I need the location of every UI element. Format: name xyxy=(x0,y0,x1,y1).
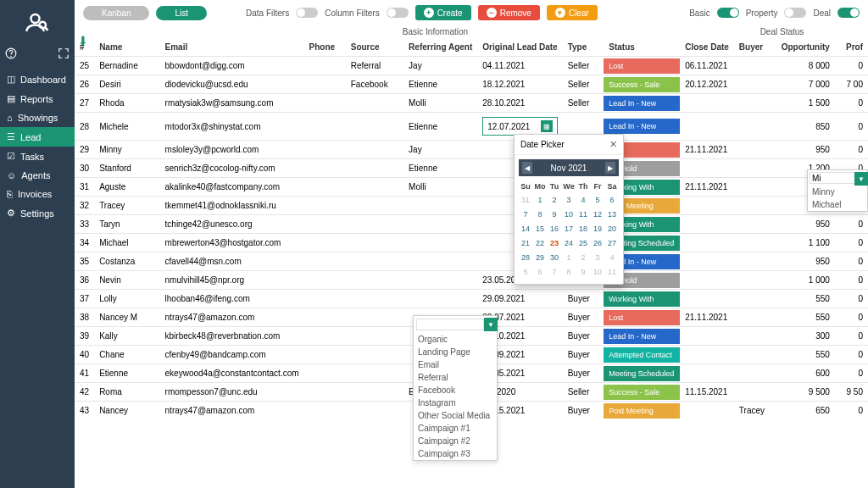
dropdown-option[interactable]: Organic xyxy=(414,333,497,346)
sidebar-item-dashboard[interactable]: ◫Dashboard xyxy=(0,69,75,89)
calendar-day[interactable]: 31 xyxy=(519,193,532,207)
table-row[interactable]: 31Agusteakalinke40@fastcompany.comMolliS… xyxy=(75,178,868,197)
calendar-day[interactable]: 13 xyxy=(605,208,619,221)
chevron-down-icon[interactable]: ▼ xyxy=(854,172,868,186)
status-badge[interactable]: Lost xyxy=(604,58,680,74)
sidebar-item-tasks[interactable]: ☑Tasks xyxy=(0,147,75,166)
property-toggle[interactable] xyxy=(784,8,806,18)
calendar-day[interactable]: 25 xyxy=(576,236,590,250)
sidebar-item-showings[interactable]: ⌂Showings xyxy=(0,108,75,127)
status-badge[interactable]: Success - Sale xyxy=(604,385,680,400)
dropdown-option[interactable]: Caimpaign #2 xyxy=(414,435,497,447)
status-badge[interactable]: Lead In - New xyxy=(604,119,680,134)
table-row[interactable]: 25Bernadinebbowdont@digg.comReferralJay0… xyxy=(75,57,868,75)
calendar-day[interactable]: 6 xyxy=(533,265,547,279)
table-row[interactable]: 28Michelemtodor3x@shinystat.comEtienne12… xyxy=(75,113,868,141)
calendar-icon[interactable]: ▦ xyxy=(541,120,553,132)
col-type[interactable]: Type xyxy=(563,38,604,57)
kanban-button[interactable]: Kanban xyxy=(83,6,149,20)
source-dropdown[interactable]: ▼ OrganicLanding PageEmailReferralFacebo… xyxy=(413,315,498,461)
col-phone[interactable]: Phone xyxy=(304,38,346,57)
col-close-date[interactable]: Close Date xyxy=(680,38,734,57)
col-prof[interactable]: Prof xyxy=(835,38,868,57)
buyer-dropdown-input[interactable] xyxy=(810,172,857,184)
calendar-day[interactable]: 5 xyxy=(591,193,604,207)
calendar-day[interactable]: 27 xyxy=(605,236,619,250)
calendar-day[interactable]: 20 xyxy=(605,222,619,236)
calendar-day[interactable]: 24 xyxy=(562,236,576,250)
calendar-day[interactable]: 14 xyxy=(519,222,532,236)
calendar-day[interactable]: 16 xyxy=(548,222,561,236)
chevron-down-icon[interactable]: ▼ xyxy=(484,318,498,331)
calendar-day[interactable]: 7 xyxy=(519,208,532,221)
dropdown-option[interactable]: Other Social Media xyxy=(414,409,497,422)
dropdown-option[interactable]: Email xyxy=(414,358,497,371)
table-row[interactable]: 34Michaelmbrewerton43@hostgator.comBuyer… xyxy=(75,234,868,252)
status-badge[interactable]: Lost xyxy=(604,310,680,325)
calendar-day[interactable]: 18 xyxy=(576,222,590,236)
calendar-day[interactable]: 2 xyxy=(548,193,561,207)
calendar-day[interactable]: 9 xyxy=(548,208,561,221)
help-icon[interactable] xyxy=(5,47,17,61)
status-badge[interactable]: Attempted Contact xyxy=(604,347,680,363)
table-row[interactable]: 30Stanfordsenrich3z@cocolog-nifty.comEti… xyxy=(75,159,868,178)
col-buyer[interactable]: Buyer xyxy=(734,38,776,57)
calendar-day[interactable]: 17 xyxy=(562,222,576,236)
table-row[interactable]: 33Taryntchinge42@unesco.orgBuyerWorking … xyxy=(75,215,868,234)
download-icon[interactable]: ⬇ xyxy=(78,34,88,47)
table-row[interactable]: 32Traceytkemmet41@odnoklassniki.ruBuyerP… xyxy=(75,197,868,215)
col-email[interactable]: Email xyxy=(160,38,304,57)
status-badge[interactable]: Lead In - New xyxy=(604,96,680,111)
calendar-day[interactable]: 1 xyxy=(533,193,547,207)
col-name[interactable]: Name xyxy=(94,38,159,57)
dropdown-option[interactable]: Caimpaign #1 xyxy=(414,422,497,435)
calendar-day[interactable]: 30 xyxy=(548,251,561,264)
prev-month-button[interactable]: ◀ xyxy=(522,162,532,174)
calendar-day[interactable]: 4 xyxy=(605,251,619,264)
col-opportunity[interactable]: Opportunity xyxy=(776,38,835,57)
calendar-day[interactable]: 7 xyxy=(548,265,561,279)
calendar-day[interactable]: 4 xyxy=(576,193,590,207)
calendar-day[interactable]: 8 xyxy=(562,265,576,279)
calendar-day[interactable]: 15 xyxy=(533,222,547,236)
dropdown-option[interactable]: Instagram xyxy=(414,396,497,409)
calendar-day[interactable]: 1 xyxy=(562,251,576,264)
calendar-day[interactable]: 3 xyxy=(591,251,604,264)
table-row[interactable]: 35Costanzacfavell44@msn.comSellerLead In… xyxy=(75,252,868,271)
calendar-day[interactable]: 5 xyxy=(519,265,532,279)
dropdown-option[interactable]: Landing Page xyxy=(414,346,497,358)
calendar-day[interactable]: 11 xyxy=(576,208,590,221)
calendar-day[interactable]: 10 xyxy=(591,265,604,279)
next-month-button[interactable]: ▶ xyxy=(605,162,615,174)
calendar-day[interactable]: 12 xyxy=(591,208,604,221)
table-row[interactable]: 27Rhodarmatysiak3w@samsung.comMolli28.10… xyxy=(75,94,868,113)
table-row[interactable]: 29Minnymsloley3y@pcworld.comJayBuyerLost… xyxy=(75,141,868,159)
data-filters-toggle[interactable] xyxy=(296,8,318,18)
clear-button[interactable]: ▾Clear xyxy=(547,5,598,20)
sidebar-item-invoices[interactable]: ⎘Invoices xyxy=(0,185,75,203)
calendar-day[interactable]: 19 xyxy=(591,222,604,236)
basic-toggle[interactable] xyxy=(717,8,739,18)
close-icon[interactable]: ✕ xyxy=(609,139,617,150)
column-filters-toggle[interactable] xyxy=(387,8,409,18)
dropdown-option[interactable]: Michael xyxy=(808,198,867,211)
dropdown-option[interactable]: Minny xyxy=(808,186,867,198)
source-dropdown-input[interactable] xyxy=(416,319,484,330)
deal-toggle[interactable] xyxy=(837,8,860,18)
status-badge[interactable]: Working With xyxy=(604,291,680,307)
sidebar-item-agents[interactable]: ☺Agents xyxy=(0,166,75,185)
calendar-day[interactable]: 22 xyxy=(533,236,547,250)
dropdown-option[interactable]: Caimpaign #3 xyxy=(414,447,497,460)
calendar-day[interactable]: 11 xyxy=(605,265,619,279)
calendar-day[interactable]: 8 xyxy=(533,208,547,221)
dropdown-option[interactable]: Referral xyxy=(414,371,497,384)
calendar-day[interactable]: 29 xyxy=(533,251,547,264)
buyer-dropdown[interactable]: ▼ MinnyMichael xyxy=(807,169,868,212)
calendar-day[interactable]: 6 xyxy=(605,193,619,207)
calendar-day[interactable]: 2 xyxy=(576,251,590,264)
calendar-day[interactable]: 10 xyxy=(562,208,576,221)
sidebar-item-reports[interactable]: ▤Reports xyxy=(0,89,75,108)
sidebar-item-settings[interactable]: ⚙Settings xyxy=(0,203,75,223)
status-badge[interactable]: Meeting Scheduled xyxy=(604,366,680,381)
status-badge[interactable]: Success - Sale xyxy=(604,77,680,92)
